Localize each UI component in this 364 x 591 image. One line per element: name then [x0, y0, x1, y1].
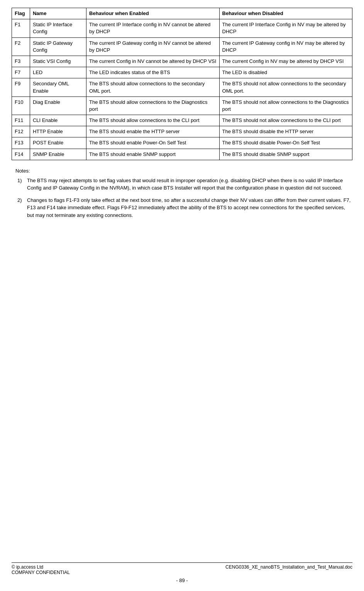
cell-name: HTTP Enable: [30, 126, 86, 137]
note-item: 1)The BTS may reject attempts to set fla…: [27, 177, 352, 192]
note-number: 2): [17, 196, 22, 204]
cell-enabled: The BTS should enable Power-On Self Test: [86, 137, 219, 149]
footer-divider: [12, 562, 352, 563]
footer-company-confidential: COMPANY CONFIDENTIAL: [12, 570, 70, 575]
cell-flag: F7: [12, 67, 30, 78]
table-row: F10 Diag Enable The BTS should allow con…: [12, 97, 352, 115]
table-row: F14 SNMP Enable The BTS should enable SN…: [12, 149, 352, 160]
cell-disabled: The current IP Interface Config in NV ma…: [219, 19, 352, 37]
cell-flag: F2: [12, 37, 30, 56]
header-enabled: Behaviour when Enabled: [86, 8, 219, 19]
header-flag: Flag: [12, 8, 30, 19]
table-row: F3 Static VSI Config The current Config …: [12, 56, 352, 67]
cell-name: Static IP Interface Config: [30, 19, 86, 37]
cell-disabled: The BTS should disable SNMP support: [219, 149, 352, 160]
cell-flag: F12: [12, 126, 30, 137]
cell-flag: F9: [12, 78, 30, 97]
cell-enabled: The LED indicates status of the BTS: [86, 67, 219, 78]
cell-enabled: The current IP Gateway config in NV cann…: [86, 37, 219, 56]
cell-flag: F10: [12, 97, 30, 115]
cell-name: Static VSI Config: [30, 56, 86, 67]
cell-disabled: The BTS should disable Power-On Self Tes…: [219, 137, 352, 149]
cell-disabled: The BTS should not allow connections to …: [219, 115, 352, 126]
table-row: F13 POST Enable The BTS should enable Po…: [12, 137, 352, 149]
cell-disabled: The BTS should not allow connections to …: [219, 97, 352, 115]
cell-name: Diag Enable: [30, 97, 86, 115]
cell-flag: F3: [12, 56, 30, 67]
cell-name: Secondary OML Enable: [30, 78, 86, 97]
table-row: F11 CLI Enable The BTS should allow conn…: [12, 115, 352, 126]
footer-bottom: © ip.access Ltd COMPANY CONFIDENTIAL CEN…: [12, 564, 352, 575]
table-row: F9 Secondary OML Enable The BTS should a…: [12, 78, 352, 97]
footer-left: © ip.access Ltd COMPANY CONFIDENTIAL: [12, 564, 70, 575]
cell-disabled: The LED is disabled: [219, 67, 352, 78]
cell-name: LED: [30, 67, 86, 78]
note-number: 1): [17, 177, 22, 185]
cell-enabled: The current Config in NV cannot be alter…: [86, 56, 219, 67]
page-number: - 89 -: [12, 577, 352, 583]
flags-table: Flag Name Behaviour when Enabled Behavio…: [12, 8, 352, 160]
cell-enabled: The BTS should allow connections to the …: [86, 97, 219, 115]
table-row: F2 Static IP Gateway Config The current …: [12, 37, 352, 56]
cell-enabled: The current IP Interface config in NV ca…: [86, 19, 219, 37]
footer-company-copyright: © ip.access Ltd: [12, 564, 70, 570]
cell-flag: F14: [12, 149, 30, 160]
header-name: Name: [30, 8, 86, 19]
notes-list: 1)The BTS may reject attempts to set fla…: [15, 177, 352, 219]
cell-disabled: The BTS should disable the HTTP server: [219, 126, 352, 137]
cell-enabled: The BTS should enable the HTTP server: [86, 126, 219, 137]
cell-name: SNMP Enable: [30, 149, 86, 160]
header-disabled: Behaviour when Disabled: [219, 8, 352, 19]
notes-section: Notes: 1)The BTS may reject attempts to …: [12, 168, 352, 219]
cell-flag: F1: [12, 19, 30, 37]
cell-enabled: The BTS should allow connections to the …: [86, 115, 219, 126]
cell-disabled: The BTS should not allow connections to …: [219, 78, 352, 97]
cell-enabled: The BTS should allow connections to the …: [86, 78, 219, 97]
cell-name: POST Enable: [30, 137, 86, 149]
table-row: F12 HTTP Enable The BTS should enable th…: [12, 126, 352, 137]
cell-enabled: The BTS should enable SNMP support: [86, 149, 219, 160]
table-row: F7 LED The LED indicates status of the B…: [12, 67, 352, 78]
note-item: 2)Changes to flags F1-F3 only take effec…: [27, 196, 352, 219]
cell-flag: F11: [12, 115, 30, 126]
cell-disabled: The current IP Gateway config in NV may …: [219, 37, 352, 56]
cell-name: CLI Enable: [30, 115, 86, 126]
notes-title: Notes:: [15, 168, 352, 174]
cell-name: Static IP Gateway Config: [30, 37, 86, 56]
footer: © ip.access Ltd COMPANY CONFIDENTIAL CEN…: [0, 562, 364, 583]
footer-document-name: CENG0336_XE_nanoBTS_Installation_and_Tes…: [225, 564, 352, 570]
table-row: F1 Static IP Interface Config The curren…: [12, 19, 352, 37]
cell-disabled: The current Config in NV may be altered …: [219, 56, 352, 67]
cell-flag: F13: [12, 137, 30, 149]
